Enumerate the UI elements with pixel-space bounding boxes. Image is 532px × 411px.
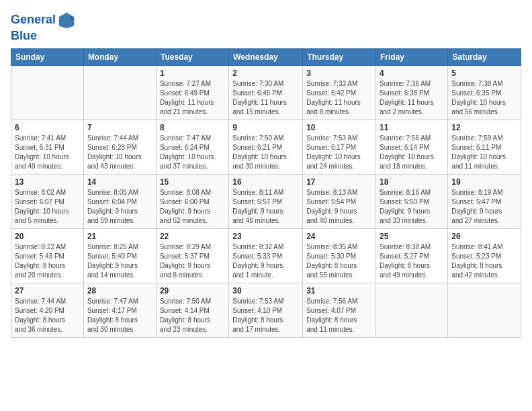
calendar-cell: 25Sunrise: 8:38 AMSunset: 5:27 PMDayligh… — [376, 228, 448, 283]
day-number: 20 — [15, 232, 80, 241]
day-number: 6 — [15, 123, 80, 132]
day-info: Sunrise: 8:11 AMSunset: 5:57 PMDaylight:… — [232, 188, 299, 226]
logo-icon — [57, 11, 76, 30]
day-number: 22 — [160, 232, 225, 241]
day-info: Sunrise: 7:36 AMSunset: 6:38 PMDaylight:… — [380, 79, 444, 117]
calendar-cell: 2Sunrise: 7:30 AMSunset: 6:45 PMDaylight… — [229, 65, 303, 120]
day-number: 14 — [87, 177, 152, 187]
calendar-cell: 19Sunrise: 8:19 AMSunset: 5:47 PMDayligh… — [448, 174, 521, 228]
day-number: 31 — [306, 286, 372, 295]
calendar-cell: 8Sunrise: 7:47 AMSunset: 6:24 PMDaylight… — [156, 120, 228, 174]
calendar-cell: 20Sunrise: 8:22 AMSunset: 5:43 PMDayligh… — [11, 228, 84, 283]
calendar-cell: 14Sunrise: 8:05 AMSunset: 6:04 PMDayligh… — [83, 174, 156, 228]
day-info: Sunrise: 8:35 AMSunset: 5:30 PMDaylight:… — [306, 242, 372, 280]
calendar-cell: 18Sunrise: 8:16 AMSunset: 5:50 PMDayligh… — [376, 174, 448, 228]
logo: GeneralBlue — [11, 11, 76, 43]
week-row-4: 27Sunrise: 7:44 AMSunset: 4:20 PMDayligh… — [11, 283, 521, 337]
calendar-cell: 28Sunrise: 7:47 AMSunset: 4:17 PMDayligh… — [83, 283, 156, 337]
calendar-table: SundayMondayTuesdayWednesdayThursdayFrid… — [11, 48, 521, 338]
day-info: Sunrise: 7:47 AMSunset: 6:24 PMDaylight:… — [160, 134, 225, 171]
day-info: Sunrise: 8:32 AMSunset: 5:33 PMDaylight:… — [232, 242, 299, 280]
day-number: 11 — [380, 123, 444, 132]
day-header-saturday: Saturday — [448, 48, 521, 65]
svg-marker-0 — [59, 13, 74, 28]
day-header-monday: Monday — [83, 48, 156, 65]
calendar-cell: 9Sunrise: 7:50 AMSunset: 6:21 PMDaylight… — [229, 120, 303, 174]
calendar-cell: 4Sunrise: 7:36 AMSunset: 6:38 PMDaylight… — [376, 65, 448, 120]
calendar-cell: 3Sunrise: 7:33 AMSunset: 6:42 PMDaylight… — [303, 65, 376, 120]
calendar-cell: 5Sunrise: 7:38 AMSunset: 6:35 PMDaylight… — [448, 65, 521, 120]
day-info: Sunrise: 8:19 AMSunset: 5:47 PMDaylight:… — [451, 188, 517, 226]
day-info: Sunrise: 7:59 AMSunset: 6:11 PMDaylight:… — [451, 134, 517, 171]
day-number: 10 — [306, 123, 372, 132]
calendar-cell: 13Sunrise: 8:02 AMSunset: 6:07 PMDayligh… — [11, 174, 84, 228]
day-info: Sunrise: 7:53 AMSunset: 6:17 PMDaylight:… — [306, 134, 372, 171]
calendar-cell — [83, 65, 156, 120]
day-number: 5 — [451, 68, 517, 78]
day-number: 8 — [160, 123, 225, 132]
day-info: Sunrise: 8:05 AMSunset: 6:04 PMDaylight:… — [87, 188, 152, 226]
day-number: 19 — [451, 177, 517, 187]
day-number: 9 — [232, 123, 299, 132]
calendar-cell: 1Sunrise: 7:27 AMSunset: 6:49 PMDaylight… — [156, 65, 228, 120]
day-header-wednesday: Wednesday — [229, 48, 303, 65]
calendar-cell: 11Sunrise: 7:56 AMSunset: 6:14 PMDayligh… — [376, 120, 448, 174]
calendar-cell: 23Sunrise: 8:32 AMSunset: 5:33 PMDayligh… — [229, 228, 303, 283]
day-number: 4 — [380, 68, 444, 78]
day-header-sunday: Sunday — [11, 48, 84, 65]
calendar-cell: 7Sunrise: 7:44 AMSunset: 6:28 PMDaylight… — [83, 120, 156, 174]
day-info: Sunrise: 7:50 AMSunset: 6:21 PMDaylight:… — [232, 134, 299, 171]
calendar-cell — [448, 283, 521, 337]
day-info: Sunrise: 8:29 AMSunset: 5:37 PMDaylight:… — [160, 242, 225, 280]
calendar-cell: 30Sunrise: 7:53 AMSunset: 4:10 PMDayligh… — [229, 283, 303, 337]
day-number: 24 — [306, 232, 372, 241]
calendar-cell: 16Sunrise: 8:11 AMSunset: 5:57 PMDayligh… — [229, 174, 303, 228]
calendar-cell — [376, 283, 448, 337]
calendar-cell: 31Sunrise: 7:56 AMSunset: 4:07 PMDayligh… — [303, 283, 376, 337]
week-row-2: 13Sunrise: 8:02 AMSunset: 6:07 PMDayligh… — [11, 174, 521, 228]
day-header-thursday: Thursday — [303, 48, 376, 65]
day-info: Sunrise: 8:41 AMSunset: 5:23 PMDaylight:… — [451, 242, 517, 280]
day-info: Sunrise: 7:30 AMSunset: 6:45 PMDaylight:… — [232, 79, 299, 117]
header: GeneralBlue — [11, 11, 521, 43]
day-info: Sunrise: 7:33 AMSunset: 6:42 PMDaylight:… — [306, 79, 372, 117]
day-info: Sunrise: 7:41 AMSunset: 6:31 PMDaylight:… — [15, 134, 80, 171]
calendar-body: 1Sunrise: 7:27 AMSunset: 6:49 PMDaylight… — [11, 65, 521, 337]
day-header-friday: Friday — [376, 48, 448, 65]
day-number: 28 — [87, 286, 152, 295]
day-number: 21 — [87, 232, 152, 241]
day-info: Sunrise: 7:50 AMSunset: 4:14 PMDaylight:… — [160, 297, 225, 334]
day-number: 26 — [451, 232, 517, 241]
day-number: 3 — [306, 68, 372, 78]
day-info: Sunrise: 7:38 AMSunset: 6:35 PMDaylight:… — [451, 79, 517, 117]
calendar-cell: 22Sunrise: 8:29 AMSunset: 5:37 PMDayligh… — [156, 228, 228, 283]
calendar-cell: 21Sunrise: 8:25 AMSunset: 5:40 PMDayligh… — [83, 228, 156, 283]
day-info: Sunrise: 7:56 AMSunset: 4:07 PMDaylight:… — [306, 297, 372, 334]
day-header-tuesday: Tuesday — [156, 48, 228, 65]
calendar-cell: 10Sunrise: 7:53 AMSunset: 6:17 PMDayligh… — [303, 120, 376, 174]
day-info: Sunrise: 8:16 AMSunset: 5:50 PMDaylight:… — [380, 188, 444, 226]
calendar-cell: 15Sunrise: 8:08 AMSunset: 6:00 PMDayligh… — [156, 174, 228, 228]
calendar-cell: 26Sunrise: 8:41 AMSunset: 5:23 PMDayligh… — [448, 228, 521, 283]
day-number: 16 — [232, 177, 299, 187]
day-info: Sunrise: 8:08 AMSunset: 6:00 PMDaylight:… — [160, 188, 225, 226]
calendar-cell — [11, 65, 84, 120]
day-number: 1 — [160, 68, 225, 78]
day-info: Sunrise: 8:22 AMSunset: 5:43 PMDaylight:… — [15, 242, 80, 280]
calendar-header-row: SundayMondayTuesdayWednesdayThursdayFrid… — [11, 48, 521, 65]
day-number: 15 — [160, 177, 225, 187]
week-row-1: 6Sunrise: 7:41 AMSunset: 6:31 PMDaylight… — [11, 120, 521, 174]
day-number: 25 — [380, 232, 444, 241]
day-number: 13 — [15, 177, 80, 187]
calendar-cell: 6Sunrise: 7:41 AMSunset: 6:31 PMDaylight… — [11, 120, 84, 174]
day-info: Sunrise: 7:53 AMSunset: 4:10 PMDaylight:… — [232, 297, 299, 334]
day-info: Sunrise: 8:13 AMSunset: 5:54 PMDaylight:… — [306, 188, 372, 226]
day-info: Sunrise: 7:44 AMSunset: 6:28 PMDaylight:… — [87, 134, 152, 171]
day-number: 2 — [232, 68, 299, 78]
calendar-cell: 17Sunrise: 8:13 AMSunset: 5:54 PMDayligh… — [303, 174, 376, 228]
day-info: Sunrise: 8:02 AMSunset: 6:07 PMDaylight:… — [15, 188, 80, 226]
day-number: 30 — [232, 286, 299, 295]
day-number: 17 — [306, 177, 372, 187]
calendar-cell: 12Sunrise: 7:59 AMSunset: 6:11 PMDayligh… — [448, 120, 521, 174]
day-number: 23 — [232, 232, 299, 241]
